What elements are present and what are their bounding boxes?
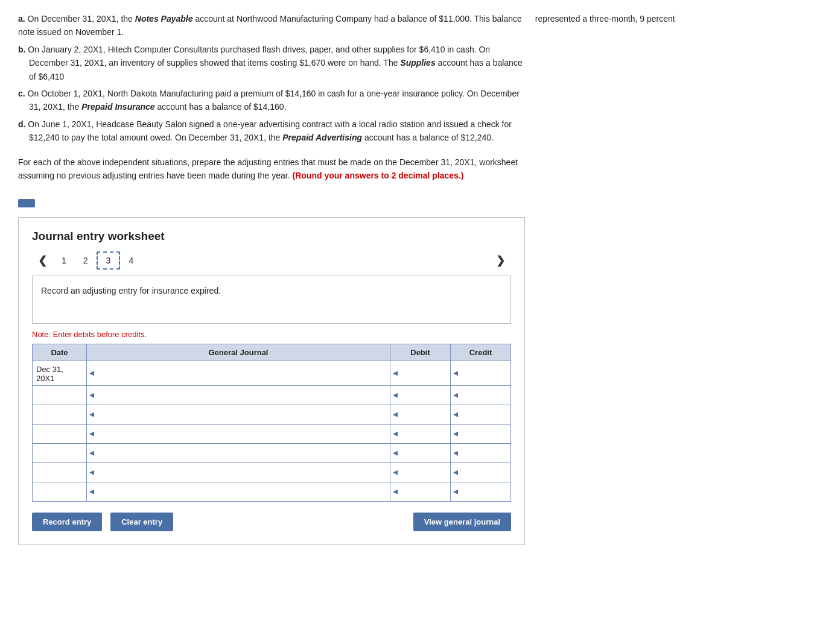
- credit-input-4[interactable]: [460, 425, 510, 443]
- journal-table: Date General Journal Debit Credit Dec 31…: [32, 344, 511, 502]
- tab-1[interactable]: 1: [53, 253, 75, 268]
- col-header-date: Date: [33, 344, 87, 361]
- credit-indicator-6: [453, 470, 458, 475]
- date-cell-5: [33, 444, 87, 463]
- date-cell-1: Dec 31,20X1: [33, 361, 87, 386]
- tab-prev-arrow[interactable]: ❮: [32, 254, 53, 267]
- row-indicator-3: [89, 412, 94, 417]
- credit-cell-5[interactable]: [451, 444, 511, 463]
- col-header-debit: Debit: [390, 344, 451, 361]
- credit-indicator-2: [453, 393, 458, 398]
- journal-cell-7[interactable]: [87, 482, 390, 502]
- debit-input-4[interactable]: [400, 425, 450, 443]
- credit-cell-6[interactable]: [451, 463, 511, 482]
- debit-cell-2[interactable]: [390, 386, 451, 405]
- credit-indicator-5: [453, 451, 458, 456]
- row-indicator-7: [89, 490, 94, 494]
- table-row: [33, 482, 511, 502]
- row-indicator-4: [89, 432, 94, 437]
- date-cell-3: [33, 405, 87, 425]
- col-header-credit: Credit: [451, 344, 511, 361]
- debit-indicator-2: [393, 393, 398, 398]
- debit-input-7[interactable]: [400, 482, 450, 501]
- journal-input-7[interactable]: [97, 482, 390, 501]
- date-cell-7: [33, 482, 87, 502]
- debit-indicator-3: [393, 412, 398, 417]
- view-general-journal-button[interactable]: View general journal: [413, 513, 511, 531]
- debit-cell-6[interactable]: [390, 463, 451, 482]
- journal-cell-6[interactable]: [87, 463, 390, 482]
- tab-4[interactable]: 4: [120, 253, 142, 268]
- debit-input-1[interactable]: [400, 361, 450, 385]
- debit-cell-7[interactable]: [390, 482, 451, 502]
- credit-input-3[interactable]: [460, 405, 510, 424]
- question-text: For each of the above independent situat…: [18, 156, 682, 183]
- journal-cell-5[interactable]: [87, 444, 390, 463]
- debit-indicator-1: [393, 371, 398, 376]
- journal-cell-4[interactable]: [87, 425, 390, 444]
- clear-entry-button[interactable]: Clear entry: [110, 513, 173, 531]
- debit-input-2[interactable]: [400, 386, 450, 405]
- journal-input-5[interactable]: [97, 444, 390, 462]
- record-entry-button[interactable]: Record entry: [32, 513, 102, 531]
- table-row: [33, 386, 511, 405]
- credit-cell-4[interactable]: [451, 425, 511, 444]
- row-indicator-2: [89, 393, 94, 398]
- table-row: Dec 31,20X1: [33, 361, 511, 386]
- credit-input-2[interactable]: [460, 386, 510, 405]
- debit-cell-1[interactable]: [390, 361, 451, 386]
- debit-input-5[interactable]: [400, 444, 450, 462]
- tab-next-arrow[interactable]: ❯: [490, 254, 511, 267]
- date-cell-2: [33, 386, 87, 405]
- date-cell-6: [33, 463, 87, 482]
- debit-input-3[interactable]: [400, 405, 450, 424]
- tab-navigation: ❮ 1 2 3 4 ❯: [32, 251, 511, 270]
- view-transaction-button[interactable]: [18, 199, 35, 207]
- table-row: [33, 405, 511, 425]
- note-text: Note: Enter debits before credits.: [32, 330, 511, 339]
- debit-indicator-7: [393, 490, 398, 494]
- credit-input-6[interactable]: [460, 463, 510, 482]
- journal-input-4[interactable]: [97, 425, 390, 443]
- credit-cell-1[interactable]: [451, 361, 511, 386]
- debit-cell-5[interactable]: [390, 444, 451, 463]
- credit-indicator-1: [453, 371, 458, 376]
- button-row: Record entry Clear entry View general jo…: [32, 513, 511, 531]
- credit-input-7[interactable]: [460, 482, 510, 501]
- date-cell-4: [33, 425, 87, 444]
- journal-input-2[interactable]: [97, 386, 390, 405]
- row-indicator-6: [89, 470, 94, 475]
- table-row: [33, 425, 511, 444]
- credit-indicator-4: [453, 432, 458, 437]
- journal-cell-3[interactable]: [87, 405, 390, 425]
- debit-indicator-5: [393, 451, 398, 456]
- journal-cell-1[interactable]: [87, 361, 390, 386]
- instruction-text: Record an adjusting entry for insurance …: [41, 286, 221, 295]
- table-row: [33, 463, 511, 482]
- debit-indicator-6: [393, 470, 398, 475]
- worksheet-container: Journal entry worksheet ❮ 1 2 3 4 ❯ Reco…: [18, 217, 525, 545]
- credit-input-1[interactable]: [460, 361, 510, 385]
- journal-cell-2[interactable]: [87, 386, 390, 405]
- problem-text: a. On December 31, 20X1, the Notes Payab…: [18, 12, 682, 145]
- tab-3[interactable]: 3: [97, 251, 121, 270]
- credit-input-5[interactable]: [460, 444, 510, 462]
- credit-indicator-3: [453, 412, 458, 417]
- journal-input-1[interactable]: [97, 361, 390, 385]
- debit-cell-4[interactable]: [390, 425, 451, 444]
- tab-2[interactable]: 2: [75, 253, 97, 268]
- debit-input-6[interactable]: [400, 463, 450, 482]
- row-indicator-1: [89, 371, 94, 376]
- credit-indicator-7: [453, 490, 458, 494]
- credit-cell-7[interactable]: [451, 482, 511, 502]
- row-indicator-5: [89, 451, 94, 456]
- debit-cell-3[interactable]: [390, 405, 451, 425]
- round-note: (Round your answers to 2 decimal places.…: [293, 171, 464, 180]
- journal-input-3[interactable]: [97, 405, 390, 424]
- debit-indicator-4: [393, 432, 398, 437]
- journal-input-6[interactable]: [97, 463, 390, 482]
- col-header-journal: General Journal: [87, 344, 390, 361]
- credit-cell-3[interactable]: [451, 405, 511, 425]
- credit-cell-2[interactable]: [451, 386, 511, 405]
- instruction-box: Record an adjusting entry for insurance …: [32, 276, 511, 324]
